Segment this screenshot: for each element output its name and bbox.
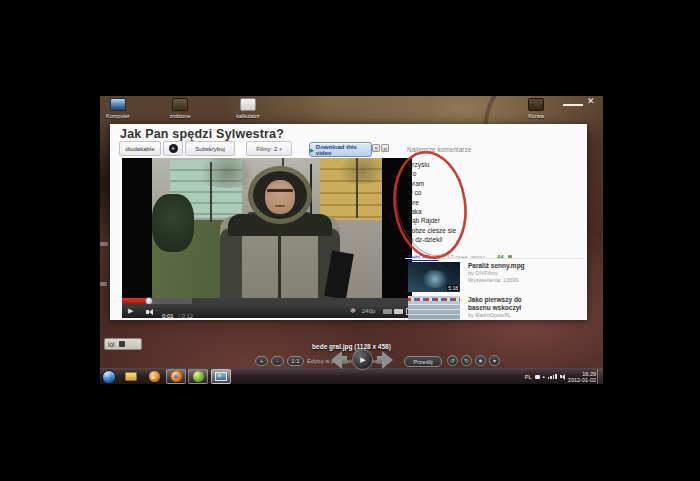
document-icon [240, 98, 256, 111]
taskbar-firefox-icon[interactable] [166, 369, 186, 384]
suggestion-author: by DIVFilmy [468, 270, 584, 277]
comment-line: Tąb Rajder [408, 216, 518, 225]
desktop-icon-partial [100, 242, 108, 246]
download-label: Download this video [316, 144, 371, 156]
comment-line: Co [408, 169, 518, 178]
folder-icon [125, 372, 137, 381]
desktop-icon-zrobione[interactable]: zrobione [163, 98, 197, 119]
suggestion-title[interactable]: Jako pierwszy do basenu wskoczył [468, 296, 540, 312]
comment-line: Gram [408, 179, 518, 188]
letterbox-left [122, 158, 152, 298]
rotate-right-button[interactable]: ↻ [461, 355, 472, 366]
actual-size-button[interactable]: 1:1 [287, 356, 304, 366]
wide-player-button[interactable] [394, 309, 403, 314]
player-controls: ▶ 0:01 / 0:12 ❄ 240p [122, 304, 412, 318]
suggestion-thumbnail[interactable] [408, 296, 460, 320]
comment-time: 12 mies. temu [447, 254, 485, 260]
comment-line: w co [408, 188, 518, 197]
volume-icon[interactable] [146, 309, 153, 315]
action-center-icon[interactable] [535, 375, 540, 379]
taskbar-picasa-icon[interactable] [188, 369, 208, 384]
suggestion-views: Wyświetlenia: 13699 [468, 277, 584, 284]
language-indicator[interactable]: PL [525, 374, 532, 380]
desktop-icon-label: zrobione [163, 113, 197, 119]
time-display: 0:01 / 0:12 [162, 304, 193, 320]
duration-badge: 5:18 [447, 285, 459, 291]
video-title: Jak Pan spędzi Sylwestra? [120, 127, 284, 141]
photo-viewer-icon [215, 372, 227, 381]
chevron-down-icon: ▾ [279, 146, 282, 152]
photo-caption: bede gral.jpg (1128 x 458) [100, 343, 603, 350]
arrow-right-icon [382, 351, 393, 369]
comment-meta: SebOlPLxd 12 mies. temu 44 [408, 245, 578, 263]
desktop: Komputer zrobione kalkulator Kurwa ✕ Jak… [100, 96, 603, 384]
download-close-button[interactable]: ✕ [381, 144, 389, 152]
suggestion-thumbnail[interactable]: 5:18 [408, 262, 460, 292]
rotate-left-button[interactable]: ↺ [447, 355, 458, 366]
video-scene [152, 158, 382, 298]
clock[interactable]: 16:29 2012-01-02 [568, 371, 596, 383]
channel-name-button[interactable]: diodakable [119, 141, 161, 156]
taskbar: ▶ PL ▴ [100, 368, 603, 384]
desktop-icon-komputer[interactable]: Komputer [101, 98, 135, 119]
previous-photo-button[interactable] [331, 351, 347, 369]
taskbar-explorer-icon[interactable] [121, 369, 141, 384]
zoom-out-button[interactable]: - [271, 356, 284, 366]
more-options-button[interactable]: ▾ [489, 355, 500, 366]
tray-date: 2012-01-02 [568, 377, 596, 383]
media-player-icon: ▶ [149, 371, 160, 382]
desktop-icon-label: kalkulator [231, 113, 265, 119]
desktop-icon-kurwa[interactable]: Kurwa [519, 98, 553, 119]
desktop-icon-label: Komputer [101, 113, 135, 119]
comments-divider [405, 258, 583, 259]
minimize-button[interactable] [563, 104, 583, 106]
suggestion-item[interactable]: Jako pierwszy do basenu wskoczył by Radi… [468, 296, 540, 319]
comment-line: Jaka [408, 207, 518, 216]
desktop-icon-label: Kurwa [519, 113, 553, 119]
comment-line: dobze ciesze sie [408, 226, 518, 235]
desktop-icon-kalkulator[interactable]: kalkulator [231, 98, 265, 119]
download-video-button[interactable]: ▶ Download this video [309, 142, 372, 157]
time-total: / 0:12 [178, 313, 193, 319]
network-icon[interactable] [548, 374, 557, 379]
small-player-button[interactable] [383, 309, 392, 314]
video-player[interactable]: ▶ 0:01 / 0:12 ❄ 240p [122, 158, 412, 318]
comment-line: Gre [408, 198, 518, 207]
zoom-in-button[interactable]: + [255, 356, 268, 366]
speaker-icon[interactable] [560, 374, 565, 380]
star-button[interactable]: ★ [475, 355, 486, 366]
suggestion-author: by RadioOpolePL [468, 312, 540, 319]
suggestion-title[interactable]: Paraliż senny.mpg [468, 262, 584, 270]
comment-line: Krzysiu [408, 160, 518, 169]
comments-header: Najlepsze komentarze [407, 146, 471, 153]
screenshot-stage: Komputer zrobione kalkulator Kurwa ✕ Jak… [0, 0, 700, 481]
subscribe-add-button[interactable]: + [163, 141, 183, 156]
play-button[interactable]: ▶ [128, 304, 133, 318]
picasa-icon [193, 371, 204, 382]
comment-author-link[interactable]: SebOlPLxd [408, 254, 438, 260]
subscribe-button[interactable]: Subskrybuj [185, 141, 235, 156]
slideshow-play-button[interactable]: ▶ [352, 349, 373, 370]
folder-icon [172, 98, 188, 111]
suggestion-item[interactable]: Paraliż senny.mpg by DIVFilmy Wyświetlen… [468, 262, 584, 284]
show-desktop-button[interactable] [597, 369, 603, 384]
firefox-icon [171, 371, 182, 382]
start-button[interactable] [102, 370, 116, 384]
settings-icon[interactable]: ❄ [350, 304, 356, 318]
download-help-button[interactable]: ? [372, 144, 380, 152]
close-icon[interactable]: ✕ [587, 97, 595, 106]
films-dropdown[interactable]: Filmy: 2 ▾ [246, 141, 292, 156]
taskbar-photo-viewer-icon[interactable] [211, 369, 231, 384]
video-frame [152, 158, 382, 298]
tray-expand-icon[interactable]: ▴ [543, 374, 545, 379]
taskbar-media-player-icon[interactable]: ▶ [144, 369, 164, 384]
comment-votes: 44 [497, 254, 504, 260]
play-icon: ▶ [360, 356, 365, 364]
computer-icon [110, 98, 126, 111]
viewed-photo: Jak Pan spędzi Sylwestra? diodakable + S… [110, 124, 587, 320]
next-photo-button[interactable] [377, 351, 393, 369]
arrow-left-icon [331, 351, 342, 369]
quality-badge[interactable]: 240p [362, 304, 375, 318]
upload-button[interactable]: Prześlij [404, 356, 442, 367]
films-label: Filmy: 2 [256, 146, 277, 152]
